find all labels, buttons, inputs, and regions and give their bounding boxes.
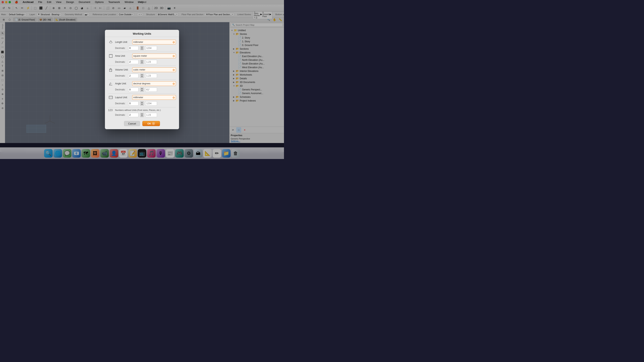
layout-unit-select[interactable]: millimeter ⊕ <box>132 95 176 100</box>
volume-decimals-input[interactable]: 2 <box>128 74 138 78</box>
angle-decimals-input[interactable]: 0 <box>128 87 138 92</box>
angle-unit-icon: × <box>108 81 114 86</box>
angle-preview: 61° <box>145 87 157 92</box>
angle-unit-label: Angle Unit: <box>115 82 131 85</box>
angle-preview-value: 61° <box>146 88 150 91</box>
angle-decimals-stepper[interactable]: ▲ ▼ <box>140 87 144 92</box>
area-decimals-input[interactable]: 2 <box>128 60 138 64</box>
volume-unit-row: Volume Unit: cubic meter ⊕ <box>108 67 176 72</box>
length-decimals-value: 0 <box>129 47 131 49</box>
volume-unit-icon <box>108 67 114 72</box>
area-unit-row: Area Unit: square meter ⊕ <box>108 53 176 59</box>
numbers-decimals-row: Decimals: 2 ▲ ▼ 1.23 <box>108 113 176 117</box>
angle-decimals-row: Decimals: 0 ▲ ▼ 61° <box>108 87 176 92</box>
length-decimals-up[interactable]: ▲ <box>140 46 144 48</box>
area-decimals-label: Decimals: <box>115 61 127 63</box>
volume-decimals-down[interactable]: ▼ <box>140 76 144 78</box>
layout-preview: 1234 <box>145 101 157 106</box>
area-preview-value: 1.23 <box>146 61 151 63</box>
area-decimals-down[interactable]: ▼ <box>140 62 144 64</box>
numbers-decimals-stepper[interactable]: ▲ ▼ <box>140 113 144 117</box>
ok-button[interactable]: OK › <box>142 121 160 126</box>
modal-div-2 <box>108 66 176 66</box>
numbers-decimals-up[interactable]: ▲ <box>140 113 144 115</box>
modal-div-3 <box>108 79 176 80</box>
ok-arrow-icon: › <box>152 122 155 125</box>
volume-preview-value: 1.23 <box>146 74 151 77</box>
length-unit-label: Length Unit: <box>115 41 131 43</box>
angle-unit-row: × Angle Unit: decimal degrees ⊕ <box>108 81 176 86</box>
volume-decimals-value: 2 <box>129 74 131 77</box>
numbers-decimals-down[interactable]: ▼ <box>140 115 144 117</box>
length-decimals-down[interactable]: ▼ <box>140 48 144 50</box>
layout-decimals-input[interactable]: 0 <box>128 101 138 106</box>
volume-unit-label: Volume Unit: <box>115 68 131 71</box>
working-units-modal: Working Units Length Unit: millimeter ⊕ <box>105 30 179 129</box>
area-preview: 1.23 <box>145 60 157 64</box>
numbers-note-row: 123 Numbers without Units (Font sizes, P… <box>108 108 176 112</box>
layout-decimals-label: Decimals: <box>115 102 127 105</box>
numbers-decimals-input[interactable]: 2 <box>128 113 138 117</box>
volume-unit-select[interactable]: cubic meter ⊕ <box>132 67 176 72</box>
numbers-decimals-label: Decimals: <box>115 114 127 116</box>
cancel-button[interactable]: Cancel <box>124 121 140 126</box>
volume-decimals-up[interactable]: ▲ <box>140 74 144 76</box>
area-decimals-stepper[interactable]: ▲ ▼ <box>140 60 144 64</box>
modal-div-5 <box>108 107 176 107</box>
area-decimals-row: Decimals: 2 ▲ ▼ 1.23 <box>108 60 176 64</box>
layout-decimals-stepper[interactable]: ▲ ▼ <box>140 101 144 106</box>
volume-decimals-row: Decimals: 2 ▲ ▼ 1.23 <box>108 74 176 78</box>
layout-unit-arrow-icon: ⊕ <box>172 96 175 99</box>
layout-preview-value: 1234 <box>146 102 152 105</box>
length-decimals-label: Decimals: <box>115 47 127 49</box>
volume-preview: 1.23 <box>145 74 157 78</box>
area-decimals-value: 2 <box>129 61 131 63</box>
layout-unit-control: millimeter ⊕ <box>132 95 176 100</box>
area-unit-value: square meter <box>133 54 147 57</box>
layout-unit-icon <box>108 95 114 100</box>
area-unit-arrow-icon: ⊕ <box>172 54 175 58</box>
angle-decimals-down[interactable]: ▼ <box>140 90 144 92</box>
length-unit-icon <box>108 39 114 45</box>
area-unit-icon <box>108 53 114 59</box>
angle-unit-select[interactable]: decimal degrees ⊕ <box>132 81 176 86</box>
area-decimals-up[interactable]: ▲ <box>140 60 144 62</box>
layout-decimals-up[interactable]: ▲ <box>140 101 144 103</box>
layout-decimals-row: Decimals: 0 ▲ ▼ 1234 <box>108 101 176 106</box>
volume-decimals-stepper[interactable]: ▲ ▼ <box>140 74 144 78</box>
length-unit-control: millimeter ⊕ <box>132 40 176 44</box>
svg-rect-9 <box>109 54 112 57</box>
area-unit-label: Area Unit: <box>115 54 131 57</box>
angle-decimals-value: 0 <box>129 88 131 91</box>
numbers-icon: 123 <box>108 108 114 112</box>
length-preview: 1234 <box>145 46 157 50</box>
length-unit-value: millimeter <box>133 41 143 43</box>
area-unit-control: square meter ⊕ <box>132 53 176 58</box>
length-unit-select[interactable]: millimeter ⊕ <box>132 40 176 44</box>
layout-unit-row: Layout Unit: millimeter ⊕ <box>108 95 176 100</box>
modal-title: Working Units <box>105 30 179 37</box>
length-unit-row: Length Unit: millimeter ⊕ <box>108 39 176 45</box>
numbers-decimals-value: 2 <box>129 114 131 116</box>
length-decimals-row: Decimals: 0 ▲ ▼ 1234 <box>108 46 176 50</box>
volume-unit-arrow-icon: ⊕ <box>172 68 175 72</box>
layout-unit-value: millimeter <box>133 96 143 99</box>
area-unit-select[interactable]: square meter ⊕ <box>132 53 176 58</box>
volume-decimals-label: Decimals: <box>115 74 127 77</box>
modal-body: Length Unit: millimeter ⊕ Decimals: 0 ▲ … <box>105 38 179 119</box>
numbers-preview: 1.23 <box>145 113 157 117</box>
layout-decimals-value: 0 <box>129 102 131 105</box>
ok-label: OK <box>147 122 151 125</box>
modal-footer: Cancel OK › <box>105 119 179 126</box>
layout-decimals-down[interactable]: ▼ <box>140 103 144 105</box>
angle-unit-control: decimal degrees ⊕ <box>132 81 176 86</box>
length-decimals-stepper[interactable]: ▲ ▼ <box>140 46 144 50</box>
angle-unit-value: decimal degrees <box>133 82 150 85</box>
modal-div-1 <box>108 52 176 52</box>
numbers-label: Numbers without Units (Font sizes, Piece… <box>115 109 161 111</box>
modal-overlay: Working Units Length Unit: millimeter ⊕ <box>0 0 284 159</box>
svg-rect-14 <box>109 96 112 99</box>
angle-decimals-up[interactable]: ▲ <box>140 88 144 90</box>
length-unit-arrow-icon: ⊕ <box>172 40 175 44</box>
length-decimals-input[interactable]: 0 <box>128 46 138 50</box>
